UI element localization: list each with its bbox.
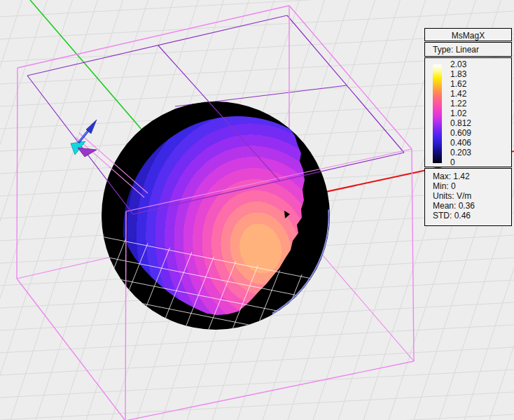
legend-title: MsMagX bbox=[424, 28, 512, 41]
tick-label: 1.42 bbox=[450, 90, 492, 99]
stat-mean: Mean: 0.36 bbox=[433, 202, 511, 211]
stat-std: STD: 0.46 bbox=[433, 211, 511, 221]
grid-line bbox=[0, 392, 514, 420]
tick-label: 1.22 bbox=[450, 99, 492, 108]
field-legend-panel[interactable]: MsMagX Type: Linear 2.03 1.83 1.62 1.42 … bbox=[424, 28, 512, 227]
grid-line bbox=[67, 347, 368, 407]
stat-min: Min: 0 bbox=[433, 182, 511, 192]
stat-max: Max: 1.42 bbox=[433, 172, 511, 182]
tick-label: 0.406 bbox=[450, 139, 492, 148]
tick-label: 1.83 bbox=[450, 70, 492, 79]
viewport-3d[interactable]: MsMagX Type: Linear 2.03 1.83 1.62 1.42 … bbox=[0, 0, 514, 420]
grid-line bbox=[0, 0, 102, 420]
source-tri-purple bbox=[78, 148, 97, 157]
tick-label: 0.812 bbox=[450, 119, 492, 128]
stat-units: Units: V/m bbox=[433, 192, 511, 202]
tick-label: 1.62 bbox=[450, 80, 492, 89]
tick-label: 1.02 bbox=[450, 109, 492, 118]
colorbar-tick-labels: 2.03 1.83 1.62 1.42 1.22 1.02 0.812 0.60… bbox=[450, 60, 492, 167]
tick-label: 2.03 bbox=[450, 60, 492, 69]
colorbar-gradient bbox=[433, 64, 442, 163]
legend-scale-type: Type: Linear bbox=[424, 42, 512, 57]
grid-line bbox=[0, 325, 514, 353]
grid-line bbox=[0, 0, 514, 17]
legend-colorbar-section: 2.03 1.83 1.62 1.42 1.22 1.02 0.812 0.60… bbox=[424, 57, 512, 167]
tick-label: 0.203 bbox=[450, 148, 492, 158]
legend-statistics: Max: 1.42 Min: 0 Units: V/m Mean: 0.36 S… bbox=[424, 168, 512, 226]
grid-line bbox=[0, 414, 514, 420]
tick-label: 0 bbox=[450, 158, 492, 167]
tick-label: 0.609 bbox=[450, 129, 492, 138]
grid-line bbox=[0, 0, 52, 420]
grid-line bbox=[67, 367, 368, 420]
